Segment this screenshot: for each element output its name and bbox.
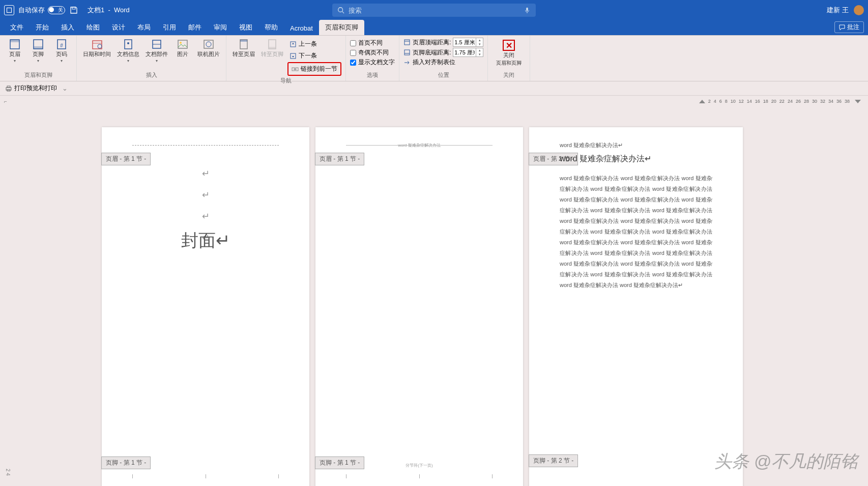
footer-tag: 页脚 - 第 1 节 - — [315, 456, 364, 469]
ribbon: 页眉▾ 页脚▾ #页码▾ 页眉和页脚 日期和时间 文档信息▾ 文档部件▾ 图片 … — [0, 36, 868, 81]
tab-draw[interactable]: 绘图 — [80, 20, 106, 35]
footer-tag: 页脚 - 第 1 节 - — [101, 456, 151, 469]
tab-mailings[interactable]: 邮件 — [182, 20, 208, 35]
tab-insert[interactable]: 插入 — [55, 20, 80, 35]
tab-references[interactable]: 引用 — [157, 20, 182, 35]
footer-button[interactable]: 页脚▾ — [27, 38, 49, 64]
svg-rect-4 — [526, 8, 528, 11]
user-name: 建新 王 — [827, 6, 849, 15]
header-top-row: 页眉顶端距离:▴▾ — [403, 38, 483, 47]
svg-rect-0 — [7, 8, 12, 13]
tab-layout[interactable]: 布局 — [131, 20, 157, 35]
tabs-right: 批注 — [834, 21, 864, 33]
avatar[interactable] — [854, 5, 864, 15]
search-box[interactable] — [332, 4, 536, 17]
show-doc-text-checkbox[interactable]: 显示文档文字 — [350, 58, 395, 67]
svg-line-3 — [342, 12, 344, 14]
page-3[interactable]: word 疑难杂症解决办法↵ 页眉 - 第 2 节 - word 疑难杂症解决办… — [529, 127, 743, 486]
svg-point-19 — [180, 42, 182, 44]
svg-point-15 — [127, 42, 129, 44]
datetime-button[interactable]: 日期和时间 — [81, 38, 113, 59]
picture-button[interactable]: 图片 — [172, 38, 193, 59]
group-label: 选项 — [350, 71, 395, 79]
docparts-button[interactable]: 文档部件▾ — [143, 38, 170, 64]
group-navigation: 转至页眉 转至页脚 上一条 下一条 链接到前一节 导航 — [226, 36, 346, 81]
titlebar: 自动保存 关 文档1 - Word 建新 王 — [0, 0, 868, 20]
ruler-indent-marker[interactable] — [699, 100, 705, 103]
tab-icon — [403, 59, 411, 66]
ruler-corner: ⌐ — [4, 99, 7, 104]
footer-distance-icon — [403, 49, 411, 56]
page2-body — [346, 163, 493, 458]
page3-title: word 疑难杂症解决办法↵ — [560, 154, 651, 164]
quick-access-row: 打印预览和打印 ⌄ — [0, 81, 868, 96]
document-canvas[interactable]: 页眉 - 第 1 节 - ↵↵↵↵ 封面↵ 页脚 - 第 1 节 - word … — [0, 107, 868, 486]
svg-rect-25 — [269, 47, 276, 49]
tab-header-footer[interactable]: 页眉和页脚 — [319, 20, 364, 35]
tab-file[interactable]: 文件 — [4, 20, 30, 35]
search-icon — [337, 7, 344, 14]
svg-rect-31 — [404, 40, 410, 45]
header-button[interactable]: 页眉▾ — [4, 38, 25, 64]
svg-point-13 — [98, 44, 102, 48]
header-top-spinner[interactable]: ▴▾ — [453, 38, 483, 47]
header-distance-icon — [403, 39, 411, 46]
svg-point-21 — [206, 42, 211, 47]
comments-button[interactable]: 批注 — [834, 21, 864, 33]
app-icon[interactable] — [4, 5, 14, 15]
document-title: 文档1 - Word — [88, 6, 130, 15]
docinfo-button[interactable]: 文档信息▾ — [115, 38, 141, 64]
svg-rect-33 — [404, 50, 410, 55]
page-2[interactable]: word 疑难杂症解决办法 页眉 - 第 1 节 - 分节符(下一页) 页脚 -… — [315, 127, 523, 486]
goto-footer-button[interactable]: 转至页脚 — [259, 38, 285, 59]
ribbon-tabs: 文件 开始 插入 绘图 设计 布局 引用 邮件 审阅 视图 帮助 Acrobat… — [0, 20, 868, 36]
close-header-footer-button[interactable]: ✕ 关闭 页眉和页脚 — [492, 38, 526, 68]
page3-body: word 疑难杂症解决办法 word 疑难杂症解决办法 word 疑难杂症解决办… — [560, 173, 712, 458]
vertical-ruler[interactable]: 2 4 — [5, 469, 11, 476]
svg-rect-20 — [204, 40, 213, 48]
group-label: 关闭 — [492, 71, 526, 79]
horizontal-ruler[interactable]: 2468101214161820222426283032343638 — [699, 97, 861, 106]
toggle-switch[interactable]: 关 — [48, 6, 65, 14]
ruler-end-marker[interactable] — [855, 100, 861, 103]
first-page-diff-checkbox[interactable]: 首页不同 — [350, 39, 395, 47]
tab-design[interactable]: 设计 — [106, 20, 131, 35]
prev-button[interactable]: 上一条 — [287, 39, 341, 49]
online-picture-button[interactable]: 联机图片 — [195, 38, 222, 59]
svg-rect-18 — [178, 40, 187, 48]
footer-bottom-spinner[interactable]: ▴▾ — [453, 48, 483, 57]
odd-even-diff-checkbox[interactable]: 奇偶页不同 — [350, 48, 395, 57]
autosave-toggle[interactable]: 自动保存 关 — [18, 6, 65, 15]
svg-rect-23 — [240, 40, 247, 42]
tab-home[interactable]: 开始 — [30, 20, 55, 35]
search-input[interactable] — [349, 7, 519, 14]
group-insert: 日期和时间 文档信息▾ 文档部件▾ 图片 联机图片 插入 — [77, 36, 226, 81]
goto-header-button[interactable]: 转至页眉 — [230, 38, 257, 59]
svg-point-2 — [338, 8, 343, 12]
tab-acrobat[interactable]: Acrobat — [284, 21, 319, 35]
page-1[interactable]: 页眉 - 第 1 节 - ↵↵↵↵ 封面↵ 页脚 - 第 1 节 - — [102, 127, 309, 486]
save-icon[interactable] — [69, 6, 78, 15]
tab-view[interactable]: 视图 — [233, 20, 258, 35]
group-label: 位置 — [403, 71, 483, 79]
qat-dropdown[interactable]: ⌄ — [62, 84, 68, 92]
group-header-footer: 页眉▾ 页脚▾ #页码▾ 页眉和页脚 — [0, 36, 77, 81]
mic-icon[interactable] — [524, 7, 531, 14]
svg-text:#: # — [60, 43, 63, 48]
titlebar-left: 自动保存 关 文档1 - Word — [4, 5, 130, 15]
group-label: 页眉和页脚 — [4, 71, 72, 79]
tab-review[interactable]: 审阅 — [208, 20, 233, 35]
pagenum-button[interactable]: #页码▾ — [51, 38, 72, 64]
footer-bottom-row: 页脚底端距离:▴▾ — [403, 48, 483, 57]
next-button[interactable]: 下一条 — [287, 50, 341, 61]
autosave-label: 自动保存 — [18, 6, 45, 15]
insert-tab-button[interactable]: 插入对齐制表位 — [403, 58, 483, 67]
print-preview-button[interactable]: 打印预览和打印 — [5, 84, 57, 93]
link-to-prev-button[interactable]: 链接到前一节 — [287, 62, 341, 76]
arrow-up-icon — [290, 41, 297, 48]
group-label: 插入 — [81, 71, 222, 79]
arrow-down-icon — [290, 52, 297, 60]
group-options: 首页不同 奇偶页不同 显示文档文字 选项 — [346, 36, 399, 81]
tab-help[interactable]: 帮助 — [258, 20, 284, 35]
close-icon: ✕ — [503, 40, 515, 51]
